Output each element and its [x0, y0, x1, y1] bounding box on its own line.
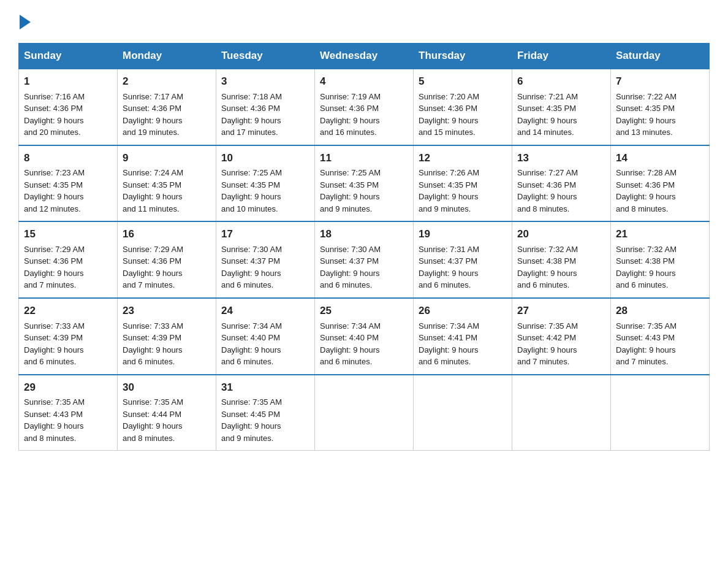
day-info: Sunrise: 7:23 AMSunset: 4:35 PMDaylight:…	[24, 167, 112, 215]
day-cell: 25Sunrise: 7:34 AMSunset: 4:40 PMDayligh…	[315, 298, 414, 375]
logo	[18, 12, 34, 32]
week-row-1: 1Sunrise: 7:16 AMSunset: 4:36 PMDaylight…	[19, 69, 710, 145]
day-cell: 19Sunrise: 7:31 AMSunset: 4:37 PMDayligh…	[414, 221, 512, 298]
day-info: Sunrise: 7:21 AMSunset: 4:35 PMDaylight:…	[517, 91, 605, 139]
day-cell: 2Sunrise: 7:17 AMSunset: 4:36 PMDaylight…	[118, 69, 216, 145]
day-number: 13	[517, 151, 605, 166]
day-cell: 5Sunrise: 7:20 AMSunset: 4:36 PMDaylight…	[414, 69, 512, 145]
logo-arrow-icon	[20, 12, 33, 32]
day-number: 6	[517, 74, 605, 90]
day-info: Sunrise: 7:35 AMSunset: 4:42 PMDaylight:…	[517, 320, 605, 368]
day-cell: 29Sunrise: 7:35 AMSunset: 4:43 PMDayligh…	[19, 375, 118, 451]
day-info: Sunrise: 7:16 AMSunset: 4:36 PMDaylight:…	[24, 91, 112, 139]
day-number: 10	[221, 151, 309, 166]
day-cell: 3Sunrise: 7:18 AMSunset: 4:36 PMDaylight…	[216, 69, 315, 145]
day-info: Sunrise: 7:17 AMSunset: 4:36 PMDaylight:…	[123, 91, 211, 139]
day-cell: 17Sunrise: 7:30 AMSunset: 4:37 PMDayligh…	[216, 221, 315, 298]
day-info: Sunrise: 7:35 AMSunset: 4:43 PMDaylight:…	[616, 320, 704, 368]
day-number: 19	[419, 227, 507, 242]
week-row-5: 29Sunrise: 7:35 AMSunset: 4:43 PMDayligh…	[19, 375, 710, 451]
svg-marker-0	[20, 15, 31, 29]
day-info: Sunrise: 7:20 AMSunset: 4:36 PMDaylight:…	[419, 91, 507, 139]
day-info: Sunrise: 7:32 AMSunset: 4:38 PMDaylight:…	[517, 243, 605, 291]
day-number: 5	[419, 74, 507, 90]
day-info: Sunrise: 7:29 AMSunset: 4:36 PMDaylight:…	[24, 243, 112, 291]
day-info: Sunrise: 7:28 AMSunset: 4:36 PMDaylight:…	[616, 167, 704, 215]
weekday-header-thursday: Thursday	[414, 44, 512, 69]
day-cell: 26Sunrise: 7:34 AMSunset: 4:41 PMDayligh…	[414, 298, 512, 375]
day-info: Sunrise: 7:34 AMSunset: 4:40 PMDaylight:…	[320, 320, 408, 368]
day-number: 23	[123, 304, 211, 319]
weekday-header-monday: Monday	[118, 44, 216, 69]
weekday-header-saturday: Saturday	[611, 44, 710, 69]
day-number: 22	[24, 304, 112, 319]
day-info: Sunrise: 7:24 AMSunset: 4:35 PMDaylight:…	[123, 167, 211, 215]
day-cell: 12Sunrise: 7:26 AMSunset: 4:35 PMDayligh…	[414, 145, 512, 222]
week-row-3: 15Sunrise: 7:29 AMSunset: 4:36 PMDayligh…	[19, 221, 710, 298]
day-cell: 15Sunrise: 7:29 AMSunset: 4:36 PMDayligh…	[19, 221, 118, 298]
day-number: 9	[123, 151, 211, 166]
day-number: 21	[616, 227, 704, 242]
day-number: 2	[123, 74, 211, 90]
day-cell: 14Sunrise: 7:28 AMSunset: 4:36 PMDayligh…	[611, 145, 710, 222]
day-info: Sunrise: 7:34 AMSunset: 4:41 PMDaylight:…	[419, 320, 507, 368]
day-info: Sunrise: 7:33 AMSunset: 4:39 PMDaylight:…	[123, 320, 211, 368]
day-number: 27	[517, 304, 605, 319]
week-row-4: 22Sunrise: 7:33 AMSunset: 4:39 PMDayligh…	[19, 298, 710, 375]
day-cell: 21Sunrise: 7:32 AMSunset: 4:38 PMDayligh…	[611, 221, 710, 298]
day-info: Sunrise: 7:29 AMSunset: 4:36 PMDaylight:…	[123, 243, 211, 291]
day-number: 7	[616, 74, 704, 90]
day-info: Sunrise: 7:35 AMSunset: 4:45 PMDaylight:…	[221, 396, 309, 444]
day-number: 3	[221, 74, 309, 90]
page-header	[18, 12, 710, 32]
day-number: 14	[616, 151, 704, 166]
day-info: Sunrise: 7:22 AMSunset: 4:35 PMDaylight:…	[616, 91, 704, 139]
day-info: Sunrise: 7:26 AMSunset: 4:35 PMDaylight:…	[419, 167, 507, 215]
day-cell: 8Sunrise: 7:23 AMSunset: 4:35 PMDaylight…	[19, 145, 118, 222]
day-info: Sunrise: 7:25 AMSunset: 4:35 PMDaylight:…	[320, 167, 408, 215]
day-number: 12	[419, 151, 507, 166]
day-cell: 24Sunrise: 7:34 AMSunset: 4:40 PMDayligh…	[216, 298, 315, 375]
weekday-header-sunday: Sunday	[19, 44, 118, 69]
calendar-table: SundayMondayTuesdayWednesdayThursdayFrid…	[18, 43, 710, 451]
day-cell	[315, 375, 414, 451]
day-info: Sunrise: 7:31 AMSunset: 4:37 PMDaylight:…	[419, 243, 507, 291]
day-cell: 6Sunrise: 7:21 AMSunset: 4:35 PMDaylight…	[512, 69, 611, 145]
day-cell: 10Sunrise: 7:25 AMSunset: 4:35 PMDayligh…	[216, 145, 315, 222]
day-cell: 20Sunrise: 7:32 AMSunset: 4:38 PMDayligh…	[512, 221, 611, 298]
day-cell: 9Sunrise: 7:24 AMSunset: 4:35 PMDaylight…	[118, 145, 216, 222]
day-cell: 30Sunrise: 7:35 AMSunset: 4:44 PMDayligh…	[118, 375, 216, 451]
day-info: Sunrise: 7:18 AMSunset: 4:36 PMDaylight:…	[221, 91, 309, 139]
day-number: 8	[24, 151, 112, 166]
day-cell	[611, 375, 710, 451]
day-cell: 13Sunrise: 7:27 AMSunset: 4:36 PMDayligh…	[512, 145, 611, 222]
day-number: 24	[221, 304, 309, 319]
weekday-header-row: SundayMondayTuesdayWednesdayThursdayFrid…	[19, 44, 710, 69]
day-number: 11	[320, 151, 408, 166]
day-info: Sunrise: 7:33 AMSunset: 4:39 PMDaylight:…	[24, 320, 112, 368]
day-cell: 16Sunrise: 7:29 AMSunset: 4:36 PMDayligh…	[118, 221, 216, 298]
day-info: Sunrise: 7:19 AMSunset: 4:36 PMDaylight:…	[320, 91, 408, 139]
day-cell: 28Sunrise: 7:35 AMSunset: 4:43 PMDayligh…	[611, 298, 710, 375]
day-info: Sunrise: 7:35 AMSunset: 4:43 PMDaylight:…	[24, 396, 112, 444]
day-cell	[414, 375, 512, 451]
day-cell: 18Sunrise: 7:30 AMSunset: 4:37 PMDayligh…	[315, 221, 414, 298]
day-number: 28	[616, 304, 704, 319]
weekday-header-friday: Friday	[512, 44, 611, 69]
day-cell: 7Sunrise: 7:22 AMSunset: 4:35 PMDaylight…	[611, 69, 710, 145]
day-number: 4	[320, 74, 408, 90]
day-number: 15	[24, 227, 112, 242]
day-info: Sunrise: 7:25 AMSunset: 4:35 PMDaylight:…	[221, 167, 309, 215]
week-row-2: 8Sunrise: 7:23 AMSunset: 4:35 PMDaylight…	[19, 145, 710, 222]
day-number: 1	[24, 74, 112, 90]
day-info: Sunrise: 7:30 AMSunset: 4:37 PMDaylight:…	[221, 243, 309, 291]
day-cell: 23Sunrise: 7:33 AMSunset: 4:39 PMDayligh…	[118, 298, 216, 375]
day-info: Sunrise: 7:35 AMSunset: 4:44 PMDaylight:…	[123, 396, 211, 444]
day-cell: 27Sunrise: 7:35 AMSunset: 4:42 PMDayligh…	[512, 298, 611, 375]
day-cell: 4Sunrise: 7:19 AMSunset: 4:36 PMDaylight…	[315, 69, 414, 145]
day-cell: 31Sunrise: 7:35 AMSunset: 4:45 PMDayligh…	[216, 375, 315, 451]
day-number: 16	[123, 227, 211, 242]
day-cell: 11Sunrise: 7:25 AMSunset: 4:35 PMDayligh…	[315, 145, 414, 222]
day-number: 18	[320, 227, 408, 242]
day-info: Sunrise: 7:34 AMSunset: 4:40 PMDaylight:…	[221, 320, 309, 368]
